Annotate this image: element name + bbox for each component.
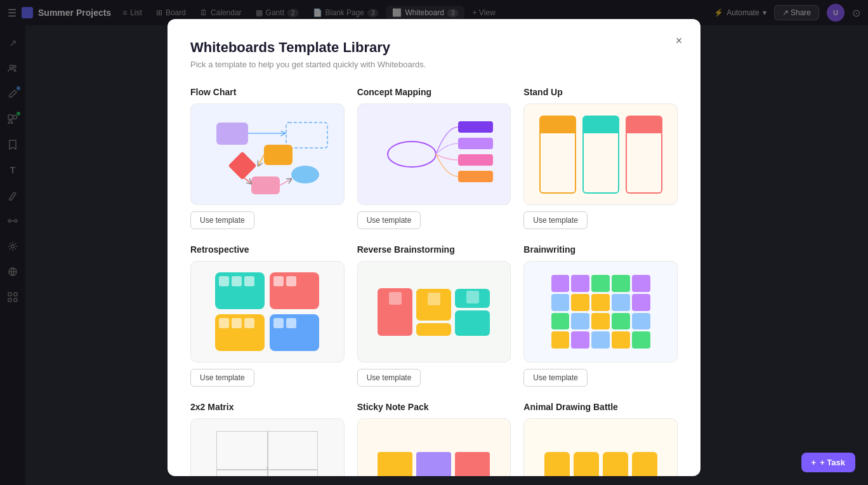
svg-line-21 xyxy=(280,179,291,185)
template-card-animal-drawing-battle: Animal Drawing Battle Use template xyxy=(523,402,678,476)
template-card-retrospective: Retrospective xyxy=(190,244,345,387)
template-preview-flow-chart xyxy=(190,103,345,205)
svg-rect-25 xyxy=(458,154,493,166)
modal-overlay[interactable]: × Whiteboards Template Library Pick a te… xyxy=(0,0,868,485)
svg-rect-15 xyxy=(228,151,257,180)
modal-subtitle: Pick a template to help you get started … xyxy=(190,60,678,69)
template-name-stand-up: Stand Up xyxy=(523,87,678,97)
template-card-concept-mapping: Concept Mapping xyxy=(357,87,511,229)
svg-point-17 xyxy=(291,166,319,183)
template-card-stand-up: Stand Up xyxy=(523,87,678,229)
template-name-reverse-brainstorming: Reverse Brainstorming xyxy=(357,244,511,255)
add-task-button[interactable]: + + Task xyxy=(801,453,855,472)
template-name-2x2-matrix: 2x2 Matrix xyxy=(190,402,345,412)
modal-close-button[interactable]: × xyxy=(670,32,688,50)
template-preview-stand-up xyxy=(523,103,678,205)
template-name-animal-drawing-battle: Animal Drawing Battle xyxy=(523,402,678,412)
svg-rect-23 xyxy=(458,121,493,133)
template-preview-sticky-note-pack xyxy=(357,418,511,476)
template-name-flow-chart: Flow Chart xyxy=(190,87,345,97)
template-card-sticky-note-pack: Sticky Note Pack Use template xyxy=(357,402,511,476)
svg-line-19 xyxy=(258,155,264,166)
svg-rect-14 xyxy=(264,145,293,165)
add-task-label: + Task xyxy=(820,458,845,467)
svg-rect-13 xyxy=(216,123,248,145)
template-preview-reverse-brainstorming xyxy=(357,261,511,362)
template-name-brainwriting: Brainwriting xyxy=(523,244,678,255)
svg-point-22 xyxy=(388,142,436,167)
template-name-sticky-note-pack: Sticky Note Pack xyxy=(357,402,511,412)
template-preview-animal-drawing-battle xyxy=(523,418,678,476)
template-preview-concept-mapping xyxy=(357,103,511,205)
template-preview-brainwriting xyxy=(523,261,678,362)
use-template-brainwriting[interactable]: Use template xyxy=(523,369,588,387)
svg-rect-24 xyxy=(458,138,493,149)
template-library-modal: × Whiteboards Template Library Pick a te… xyxy=(168,19,700,476)
template-grid: Flow Chart xyxy=(190,87,678,476)
template-name-retrospective: Retrospective xyxy=(190,244,345,255)
use-template-concept-mapping[interactable]: Use template xyxy=(357,211,421,229)
template-card-reverse-brainstorming: Reverse Brainstorming xyxy=(357,244,511,387)
svg-rect-12 xyxy=(286,123,327,148)
svg-rect-26 xyxy=(458,171,493,182)
template-preview-retrospective xyxy=(190,261,345,362)
use-template-flow-chart[interactable]: Use template xyxy=(190,211,254,229)
template-card-2x2-matrix: 2x2 Matrix ↑ Use template xyxy=(190,402,345,476)
template-card-brainwriting: Brainwriting xyxy=(523,244,678,387)
template-card-flow-chart: Flow Chart xyxy=(190,87,345,229)
template-preview-2x2-matrix: ↑ xyxy=(190,418,345,476)
use-template-retrospective[interactable]: Use template xyxy=(190,369,254,387)
use-template-reverse-brainstorming[interactable]: Use template xyxy=(357,369,421,387)
svg-line-20 xyxy=(242,176,251,183)
svg-rect-16 xyxy=(251,176,280,194)
template-name-concept-mapping: Concept Mapping xyxy=(357,87,511,97)
use-template-stand-up[interactable]: Use template xyxy=(523,211,588,229)
plus-icon: + xyxy=(812,458,817,467)
modal-title: Whiteboards Template Library xyxy=(190,39,678,56)
